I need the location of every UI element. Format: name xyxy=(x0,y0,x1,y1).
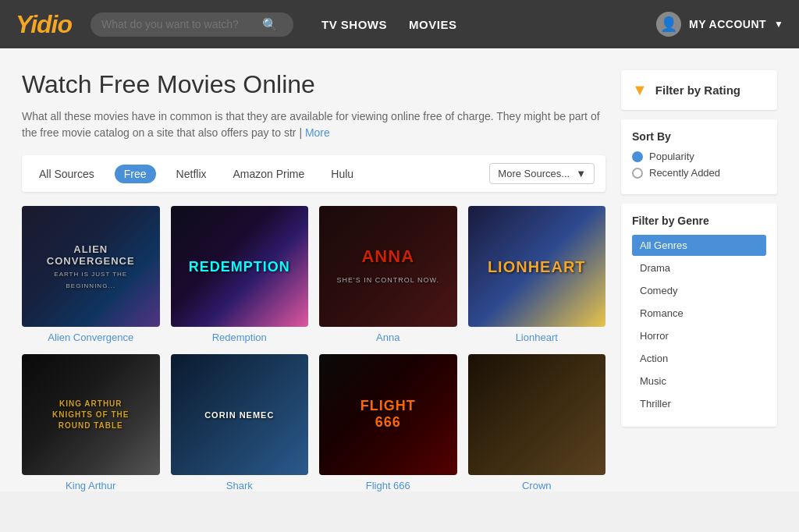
movie-title-shark[interactable]: Shark xyxy=(171,480,309,491)
main-nav: TV SHOWS MOVIES xyxy=(321,18,456,31)
movie-title-flight666[interactable]: Flight 666 xyxy=(319,480,457,491)
movie-card-anna[interactable]: ANNASHE'S IN CONTROL NOW. Anna xyxy=(319,206,457,343)
search-icon-button[interactable]: 🔍 xyxy=(262,17,278,32)
account-label: MY ACCOUNT xyxy=(689,18,766,30)
source-hulu[interactable]: Hulu xyxy=(325,165,360,183)
movie-grid: ALIENCONVERGENCEEARTH IS JUST THE BEGINN… xyxy=(22,206,605,491)
sort-recently-added[interactable]: Recently Added xyxy=(632,167,766,179)
movie-poster-alien: ALIENCONVERGENCEEARTH IS JUST THE BEGINN… xyxy=(22,206,160,327)
filter-icon: ▼ xyxy=(632,81,648,99)
genre-horror[interactable]: Horror xyxy=(632,325,766,346)
source-filter-bar: All Sources Free Netflix Amazon Prime Hu… xyxy=(22,155,605,192)
movie-card-lionheart[interactable]: LIONHEART Lionheart xyxy=(468,206,606,343)
dropdown-arrow-icon: ▼ xyxy=(576,168,586,179)
movie-poster-anna: ANNASHE'S IN CONTROL NOW. xyxy=(319,206,457,327)
radio-popularity xyxy=(632,151,643,162)
movie-poster-crown xyxy=(468,354,606,475)
movie-card-alien[interactable]: ALIENCONVERGENCEEARTH IS JUST THE BEGINN… xyxy=(22,206,160,343)
movie-poster-lionheart: LIONHEART xyxy=(468,206,606,327)
chevron-down-icon: ▼ xyxy=(774,19,783,30)
sort-title: Sort By xyxy=(632,130,766,143)
more-sources-dropdown[interactable]: More Sources... ▼ xyxy=(489,163,595,184)
movie-card-shark[interactable]: CORIN NEMEC Shark xyxy=(171,354,309,491)
genre-drama[interactable]: Drama xyxy=(632,257,766,278)
sidebar: ▼ Filter by Rating Sort By Popularity Re… xyxy=(621,70,777,491)
movie-title-redemption[interactable]: Redemption xyxy=(171,332,309,343)
genre-action[interactable]: Action xyxy=(632,348,766,369)
nav-movies[interactable]: MOVIES xyxy=(409,18,456,31)
movie-title-alien[interactable]: Alien Convergence xyxy=(22,332,160,343)
filter-rating-box: ▼ Filter by Rating xyxy=(621,70,777,110)
genre-title: Filter by Genre xyxy=(632,215,766,227)
movie-poster-redemption: REDEMPTION xyxy=(171,206,309,327)
movie-card-crown[interactable]: Crown xyxy=(468,354,606,491)
movie-title-lionheart[interactable]: Lionheart xyxy=(468,332,606,343)
account-icon: 👤 xyxy=(656,12,681,37)
radio-recently-added xyxy=(632,168,643,179)
source-netflix[interactable]: Netflix xyxy=(170,165,213,183)
movie-title-crown[interactable]: Crown xyxy=(468,480,606,491)
sort-box: Sort By Popularity Recently Added xyxy=(621,119,777,194)
movie-title-anna[interactable]: Anna xyxy=(319,332,457,343)
genre-comedy[interactable]: Comedy xyxy=(632,280,766,301)
movie-poster-shark: CORIN NEMEC xyxy=(171,354,309,475)
search-bar: 🔍 xyxy=(91,12,293,37)
movie-title-kingarthur[interactable]: King Arthur xyxy=(22,480,160,491)
page-title: Watch Free Movies Online xyxy=(22,70,605,99)
sort-popularity[interactable]: Popularity xyxy=(632,151,766,162)
page-description: What all these movies have in common is … xyxy=(22,108,605,141)
movie-card-flight666[interactable]: FLIGHT666 Flight 666 xyxy=(319,354,457,491)
movie-card-redemption[interactable]: REDEMPTION Redemption xyxy=(171,206,309,343)
genre-all[interactable]: All Genres xyxy=(632,235,766,256)
genre-thriller[interactable]: Thriller xyxy=(632,393,766,414)
logo[interactable]: Yidio xyxy=(16,10,72,39)
source-all[interactable]: All Sources xyxy=(33,165,101,183)
search-input[interactable] xyxy=(101,18,257,30)
description-more-link[interactable]: More xyxy=(305,126,330,139)
content-left: Watch Free Movies Online What all these … xyxy=(22,70,605,491)
header: Yidio 🔍 TV SHOWS MOVIES 👤 MY ACCOUNT ▼ xyxy=(0,0,799,48)
genre-music[interactable]: Music xyxy=(632,371,766,392)
source-amazon[interactable]: Amazon Prime xyxy=(227,165,311,183)
movie-poster-kingarthur: KING ARTHURKNIGHTS OF THEROUND TABLE xyxy=(22,354,160,475)
movie-poster-flight666: FLIGHT666 xyxy=(319,354,457,475)
source-free[interactable]: Free xyxy=(115,165,156,183)
main-content: Watch Free Movies Online What all these … xyxy=(0,48,799,491)
genre-romance[interactable]: Romance xyxy=(632,303,766,324)
filter-rating-label: Filter by Rating xyxy=(655,83,740,97)
nav-tv-shows[interactable]: TV SHOWS xyxy=(321,18,387,31)
account-menu[interactable]: 👤 MY ACCOUNT ▼ xyxy=(656,12,783,37)
movie-card-kingarthur[interactable]: KING ARTHURKNIGHTS OF THEROUND TABLE Kin… xyxy=(22,354,160,491)
genre-box: Filter by Genre All Genres Drama Comedy … xyxy=(621,204,777,427)
